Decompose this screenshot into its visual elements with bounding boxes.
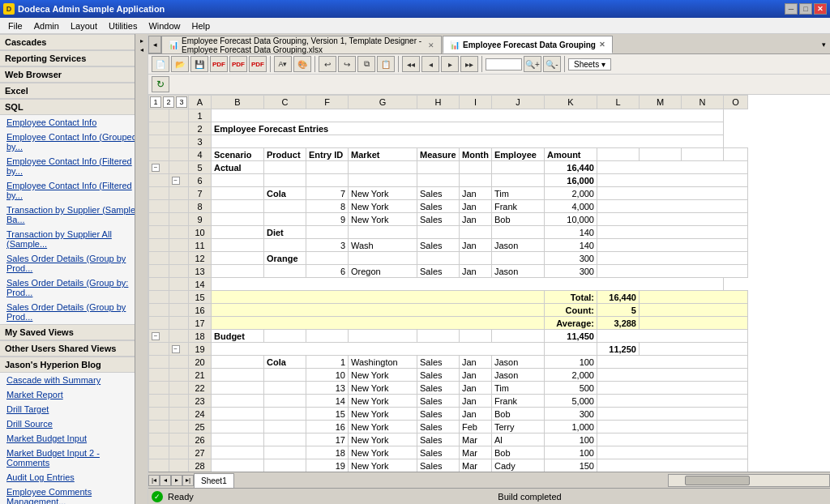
- cell-6-product[interactable]: [264, 174, 306, 187]
- cell-7-market[interactable]: New York: [349, 187, 417, 200]
- sheet-nav-next[interactable]: ▸: [171, 475, 182, 486]
- cell-22-market[interactable]: New York: [349, 382, 417, 395]
- sidebar-section-excel[interactable]: Excel ▼: [0, 83, 148, 99]
- cell-18-scenario[interactable]: Budget: [212, 330, 264, 343]
- cell-7-measure[interactable]: Sales: [417, 187, 460, 200]
- cell-25-product[interactable]: [264, 421, 306, 434]
- horizontal-scrollbar[interactable]: [668, 474, 830, 487]
- cell-7-scenario[interactable]: [212, 187, 264, 200]
- cell-7-employee[interactable]: Tim: [491, 187, 544, 200]
- cell-25-employee[interactable]: Terry: [491, 421, 544, 434]
- cell-9-rest[interactable]: [597, 213, 747, 226]
- maximize-button[interactable]: □: [799, 3, 812, 15]
- cell-12-month[interactable]: [460, 252, 492, 265]
- cell-22-measure[interactable]: Sales: [417, 382, 460, 395]
- cell-7-rest[interactable]: [597, 187, 747, 200]
- sidebar-section-reporting[interactable]: Reporting Services ▼: [0, 50, 148, 66]
- toolbar-next-btn[interactable]: ▸: [441, 56, 459, 72]
- sidebar-item-drill-target[interactable]: Drill Target: [0, 402, 148, 416]
- cell-9-employee[interactable]: Bob: [491, 213, 544, 226]
- cell-23-scenario[interactable]: [212, 395, 264, 408]
- sidebar-item-sales-group1[interactable]: Sales Order Details (Group by Prod...: [0, 251, 148, 275]
- cell-13-entryid[interactable]: 6: [306, 265, 349, 278]
- cell-11-entryid[interactable]: 3: [306, 239, 349, 252]
- cell-8-market[interactable]: New York: [349, 200, 417, 213]
- cell-24-rest[interactable]: [597, 408, 747, 421]
- cell-22-scenario[interactable]: [212, 382, 264, 395]
- cell-26-market[interactable]: New York: [349, 434, 417, 446]
- sidebar-item-employee-comments-mgmt1[interactable]: Employee Comments Management...: [0, 485, 148, 504]
- sidebar-item-sales-group2[interactable]: Sales Order Details (Group by: Prod...: [0, 275, 148, 300]
- cell-12-rest[interactable]: [597, 252, 747, 265]
- cell-10-product[interactable]: Diet: [264, 226, 306, 239]
- cell-23-rest[interactable]: [597, 395, 747, 408]
- toolbar-new-btn[interactable]: 📄: [152, 56, 169, 72]
- sidebar-item-drill-source[interactable]: Drill Source: [0, 416, 148, 431]
- spreadsheet-scroll[interactable]: 1 2 3 A B C F G H: [148, 95, 830, 472]
- cell-10-employee[interactable]: [491, 226, 544, 239]
- sheets-dropdown[interactable]: Sheets ▾: [568, 58, 611, 70]
- menu-window[interactable]: Window: [143, 19, 185, 32]
- cell-18-employee[interactable]: [491, 330, 544, 343]
- cell-27-measure[interactable]: Sales: [417, 446, 460, 459]
- sidebar-item-employee-contact-filtered1[interactable]: Employee Contact Info (Filtered by...: [0, 154, 148, 178]
- toolbar-prev2-btn[interactable]: ◂: [421, 56, 439, 72]
- toolbar-highlight-btn[interactable]: 🎨: [293, 56, 311, 72]
- cell-7-entryid[interactable]: 7: [306, 187, 349, 200]
- cell-24-amount[interactable]: 300: [544, 408, 597, 421]
- cell-14[interactable]: [212, 278, 724, 291]
- cell-6-measure[interactable]: [417, 174, 460, 187]
- cell-22-employee[interactable]: Tim: [491, 382, 544, 395]
- cell-9-month[interactable]: Jan: [460, 213, 492, 226]
- cell-15-total-amount[interactable]: 16,440: [597, 291, 639, 304]
- toolbar-open-btn[interactable]: 📂: [171, 56, 189, 72]
- cell-25-month[interactable]: Feb: [460, 421, 492, 434]
- menu-utilities[interactable]: Utilities: [104, 19, 142, 32]
- cell-21-product[interactable]: [264, 369, 306, 382]
- cell-9-entryid[interactable]: 9: [306, 213, 349, 226]
- cell-23-market[interactable]: New York: [349, 395, 417, 408]
- cell-16-count-label[interactable]: Count:: [544, 304, 597, 317]
- cell-9-amount[interactable]: 10,000: [544, 213, 597, 226]
- cell-13-amount[interactable]: 300: [544, 265, 597, 278]
- cell-13-market[interactable]: Oregon: [349, 265, 417, 278]
- cell-27-rest[interactable]: [597, 446, 747, 459]
- cell-26-product[interactable]: [264, 434, 306, 446]
- cell-22-amount[interactable]: 500: [544, 382, 597, 395]
- cell-23-month[interactable]: Jan: [460, 395, 492, 408]
- cell-12-amount[interactable]: 300: [544, 252, 597, 265]
- cell-6-rest[interactable]: [597, 174, 747, 187]
- cell-4-product[interactable]: Product: [264, 148, 306, 161]
- sidebar-toggle-2[interactable]: ◂: [140, 46, 143, 53]
- cell-21-rest[interactable]: [597, 369, 747, 382]
- cell-13-measure[interactable]: Sales: [417, 265, 460, 278]
- cell-24-scenario[interactable]: [212, 408, 264, 421]
- cell-11-employee[interactable]: Jason: [491, 239, 544, 252]
- cell-21-entryid[interactable]: 10: [306, 369, 349, 382]
- cell-18-amount[interactable]: 11,450: [544, 330, 597, 343]
- sidebar-item-employee-contact[interactable]: Employee Contact Info: [0, 115, 148, 130]
- tab-close-1[interactable]: ✕: [428, 41, 434, 49]
- cell-25-measure[interactable]: Sales: [417, 421, 460, 434]
- tab-template-designer[interactable]: 📊 Employee Forecast Data Grouping, Versi…: [161, 36, 442, 53]
- cell-6-employee[interactable]: [491, 174, 544, 187]
- cell-4-month[interactable]: Month: [460, 148, 492, 161]
- cell-9-product[interactable]: [264, 213, 306, 226]
- level-btn-1[interactable]: 1: [150, 96, 161, 108]
- cell-28-product[interactable]: [264, 459, 306, 472]
- cell-13-rest[interactable]: [597, 265, 747, 278]
- sidebar-item-market-budget-input[interactable]: Market Budget Input: [0, 431, 148, 446]
- cell-19-amount[interactable]: 11,250: [597, 343, 639, 356]
- cell-18-entryid[interactable]: [306, 330, 349, 343]
- cell-27-scenario[interactable]: [212, 446, 264, 459]
- cell-13-month[interactable]: Jan: [460, 265, 492, 278]
- cell-28-market[interactable]: New York: [349, 459, 417, 472]
- menu-file[interactable]: File: [3, 19, 28, 32]
- cell-26-employee[interactable]: Al: [491, 434, 544, 446]
- cell-5-entryid[interactable]: [306, 161, 349, 174]
- cell-4-entryid[interactable]: Entry ID: [306, 148, 349, 161]
- cell-4-scenario[interactable]: Scenario: [212, 148, 264, 161]
- menu-layout[interactable]: Layout: [66, 19, 102, 32]
- cell-23-product[interactable]: [264, 395, 306, 408]
- cell-15-rest[interactable]: [639, 291, 747, 304]
